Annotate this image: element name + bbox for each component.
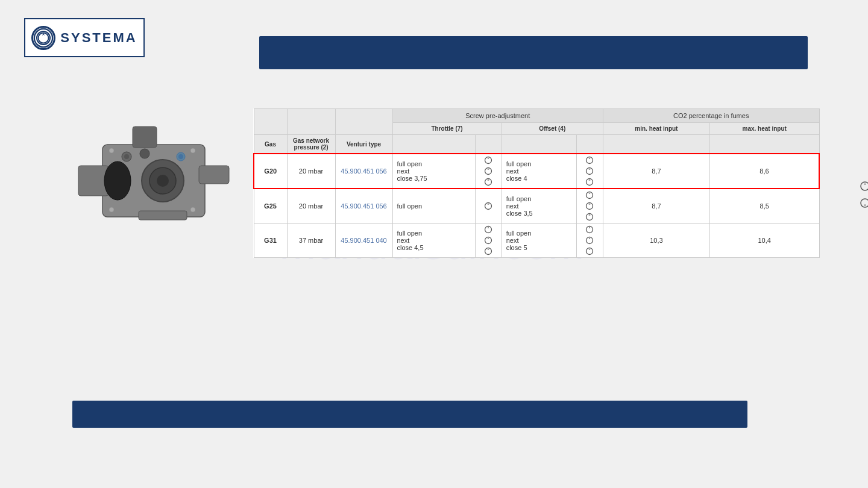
throttle-text-cell: full opennextclose 4,5 [392, 224, 475, 258]
rotation-legend: - turn left - turn right [860, 181, 868, 208]
bottom-blue-bar [72, 401, 747, 428]
empty-header [603, 135, 709, 154]
sub-header: Throttle (7) [392, 123, 502, 135]
empty-header [392, 135, 475, 154]
logo-area: SYSTEMA [24, 18, 145, 57]
main-content: Screw pre-adjustmentCO2 percentage in fu… [72, 108, 820, 258]
group-header: CO2 percentage in fumes [603, 109, 819, 123]
gas-cell: G25 [254, 189, 287, 224]
offset-text-cell: full opennextclose 5 [502, 224, 576, 258]
svg-point-19 [190, 207, 195, 212]
svg-point-17 [190, 148, 195, 153]
offset-text-cell: full opennextclose 4 [502, 154, 576, 189]
min-heat-cell: 8,7 [603, 154, 709, 189]
table-row: G2020 mbar45.900.451 056full opennextclo… [254, 154, 819, 189]
venturi-cell: 45.900.451 056 [335, 189, 392, 224]
svg-point-14 [178, 154, 183, 159]
offset-text-cell: full opennextclose 3,5 [502, 189, 576, 224]
col-header: Gas [254, 135, 287, 154]
turn-left-legend: - turn left [860, 181, 868, 192]
max-heat-cell: 10,4 [709, 224, 819, 258]
sub-header: Offset (4) [502, 123, 603, 135]
turn-right-legend: - turn right [860, 198, 868, 208]
svg-rect-5 [133, 127, 157, 148]
group-header: Screw pre-adjustment [392, 109, 603, 123]
gas-cell: G20 [254, 154, 287, 189]
logo-icon [31, 26, 55, 50]
table-row: G2520 mbar45.900.451 056full openfull op… [254, 189, 819, 224]
svg-point-16 [109, 148, 114, 153]
throttle-icon-cell [475, 224, 502, 258]
svg-rect-4 [199, 166, 229, 184]
sub-header: min. heat input [603, 123, 709, 135]
throttle-text-cell: full open [392, 189, 475, 224]
group-header [287, 109, 335, 135]
table-row: G3137 mbar45.900.451 040full opennextclo… [254, 224, 819, 258]
empty-header [502, 135, 576, 154]
top-blue-bar [259, 36, 808, 69]
offset-icon-cell [576, 224, 603, 258]
svg-point-8 [157, 175, 169, 187]
svg-point-37 [861, 199, 868, 207]
group-header [254, 109, 287, 135]
regulation-table: Screw pre-adjustmentCO2 percentage in fu… [253, 108, 820, 258]
throttle-icon-cell [475, 154, 502, 189]
svg-point-12 [140, 149, 149, 158]
brand-name: SYSTEMA [60, 30, 137, 46]
pressure-cell: 20 mbar [287, 154, 335, 189]
pressure-cell: 20 mbar [287, 189, 335, 224]
svg-point-36 [861, 182, 868, 190]
data-table-container: Screw pre-adjustmentCO2 percentage in fu… [253, 108, 820, 258]
svg-rect-15 [139, 211, 187, 220]
svg-point-11 [124, 154, 129, 159]
empty-header [576, 135, 603, 154]
min-heat-cell: 8,7 [603, 189, 709, 224]
venturi-cell: 45.900.451 056 [335, 154, 392, 189]
svg-point-0 [34, 28, 52, 46]
offset-icon-cell [576, 154, 603, 189]
venturi-cell: 45.900.451 040 [335, 224, 392, 258]
valve-diagram [72, 108, 235, 253]
max-heat-cell: 8,6 [709, 154, 819, 189]
empty-header [475, 135, 502, 154]
offset-icon-cell [576, 189, 603, 224]
throttle-text-cell: full opennextclose 3,75 [392, 154, 475, 189]
svg-point-18 [109, 207, 114, 212]
svg-point-9 [104, 161, 131, 200]
empty-header [709, 135, 819, 154]
col-header: Venturi type [335, 135, 392, 154]
max-heat-cell: 8,5 [709, 189, 819, 224]
svg-point-1 [39, 33, 49, 43]
sub-header: max. heat input [709, 123, 819, 135]
min-heat-cell: 10,3 [603, 224, 709, 258]
group-header [335, 109, 392, 135]
col-header: Gas network pressure (2) [287, 135, 335, 154]
gas-cell: G31 [254, 224, 287, 258]
throttle-icon-cell [475, 189, 502, 224]
pressure-cell: 37 mbar [287, 224, 335, 258]
